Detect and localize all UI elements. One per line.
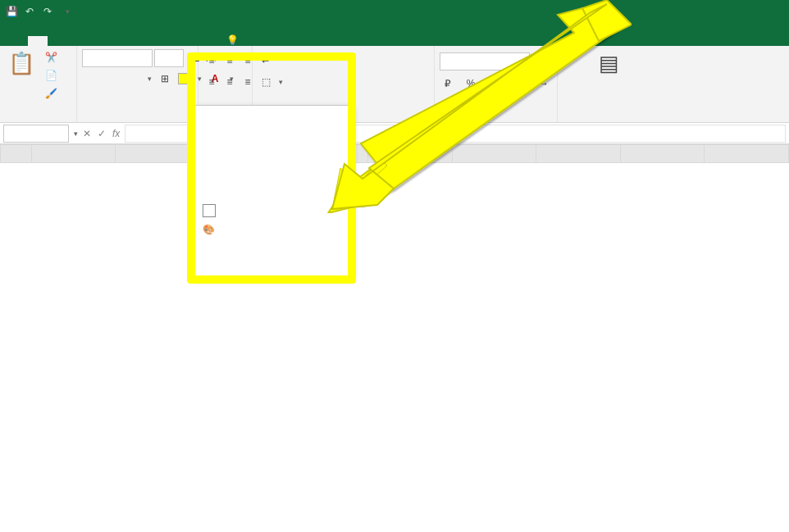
grid[interactable]	[0, 144, 789, 163]
align-center-icon[interactable]: ≡	[221, 74, 238, 90]
title-bar: 💾 ↶ ↷ ▾	[0, 0, 789, 23]
wrap-text-icon: ↩	[258, 52, 274, 69]
undo-icon[interactable]: ↶	[23, 5, 36, 18]
tab-review[interactable]	[135, 36, 154, 46]
merge-center-button[interactable]: ⬚ ▾	[258, 74, 283, 90]
conditional-formatting-icon: ▤	[599, 51, 619, 76]
col-G[interactable]	[536, 145, 621, 163]
borders-icon[interactable]: ⊞	[157, 70, 173, 87]
select-all-corner[interactable]	[1, 145, 32, 163]
align-middle-icon[interactable]: ≡	[221, 52, 238, 69]
redo-icon[interactable]: ↷	[41, 5, 54, 18]
percent-icon[interactable]: %	[463, 75, 479, 92]
merge-dropdown-icon[interactable]: ▾	[279, 78, 283, 86]
tab-view[interactable]	[156, 36, 176, 46]
clipboard-group-label	[5, 117, 71, 120]
align-left-icon[interactable]: ≡	[203, 74, 220, 90]
col-H[interactable]	[620, 145, 705, 163]
group-clipboard: 📋 ✂️ 📄 🖌️	[0, 46, 77, 122]
bulb-icon: 💡	[226, 34, 239, 46]
col-B[interactable]	[116, 145, 200, 163]
clipboard-icon: 📋	[8, 51, 34, 76]
fx-icon[interactable]: fx	[112, 128, 120, 139]
worksheet	[0, 144, 789, 163]
conditional-formatting-button[interactable]: ▤	[595, 49, 623, 80]
col-E[interactable]	[367, 145, 452, 163]
font-family-select[interactable]	[82, 49, 153, 67]
ribbon-tabs: 💡	[0, 23, 789, 46]
tab-insert[interactable]	[49, 36, 69, 46]
bold-button[interactable]	[82, 70, 98, 87]
tell-me-box[interactable]: 💡	[226, 34, 244, 46]
formula-bar-row: ▾ ✕ ✓ fx	[0, 123, 789, 144]
merge-icon: ⬚	[258, 74, 274, 90]
font-size-select[interactable]	[154, 49, 184, 67]
underline-dropdown-icon[interactable]: ▾	[148, 75, 152, 83]
comma-icon[interactable]: 000	[486, 75, 502, 92]
group-styles: ▤	[558, 46, 659, 122]
format-painter-icon[interactable]: 🖌️	[43, 85, 59, 102]
more-colors-item[interactable]: 🎨	[201, 221, 344, 240]
number-group-label	[440, 117, 552, 120]
tab-acrobat[interactable]	[198, 36, 218, 46]
quick-access-toolbar: 💾 ↶ ↷ ▾	[5, 5, 74, 18]
font-group-label	[82, 117, 193, 120]
currency-icon[interactable]: ₽	[440, 75, 456, 92]
copy-icon[interactable]: 📄	[43, 67, 59, 84]
fill-color-button[interactable]	[178, 73, 191, 84]
wrap-text-button[interactable]: ↩	[258, 52, 276, 69]
number-format-dropdown-icon[interactable]: ▾	[533, 57, 537, 66]
tab-formulas[interactable]	[92, 36, 112, 46]
tab-page-layout[interactable]	[71, 36, 90, 46]
col-F[interactable]	[452, 145, 536, 163]
group-number: ▾ ₽ % 000 .0← .0→	[435, 46, 558, 122]
ribbon: 📋 ✂️ 📄 🖌️ A▴ A▾ ▾ ⊞	[0, 46, 789, 123]
no-fill-icon	[203, 204, 216, 217]
qat-dropdown-icon[interactable]: ▾	[61, 5, 74, 18]
number-format-select[interactable]	[440, 52, 530, 70]
paste-button[interactable]: 📋	[5, 49, 38, 80]
italic-button[interactable]	[103, 70, 120, 87]
tab-home[interactable]	[28, 36, 48, 46]
name-box[interactable]	[3, 125, 69, 143]
align-top-icon[interactable]: ≡	[203, 52, 220, 69]
theme-shades-grid	[201, 122, 344, 186]
no-fill-item[interactable]	[201, 201, 344, 221]
fill-color-popup: 🎨	[194, 105, 351, 277]
underline-button[interactable]	[125, 70, 141, 87]
col-A[interactable]	[31, 145, 116, 163]
col-I[interactable]	[705, 145, 789, 163]
tab-help[interactable]	[177, 36, 197, 46]
tab-file[interactable]	[7, 36, 26, 46]
increase-decimal-icon[interactable]: .0←	[509, 75, 525, 92]
group-font: A▴ A▾ ▾ ⊞ ▾ A ▾	[77, 46, 198, 122]
save-icon[interactable]: 💾	[5, 5, 18, 18]
enter-icon[interactable]: ✓	[98, 128, 106, 139]
cut-icon[interactable]: ✂️	[43, 49, 59, 66]
cancel-icon[interactable]: ✕	[83, 128, 91, 139]
color-wheel-icon: 🎨	[203, 224, 216, 237]
decrease-decimal-icon[interactable]: .0→	[531, 75, 548, 92]
tab-data[interactable]	[113, 36, 133, 46]
